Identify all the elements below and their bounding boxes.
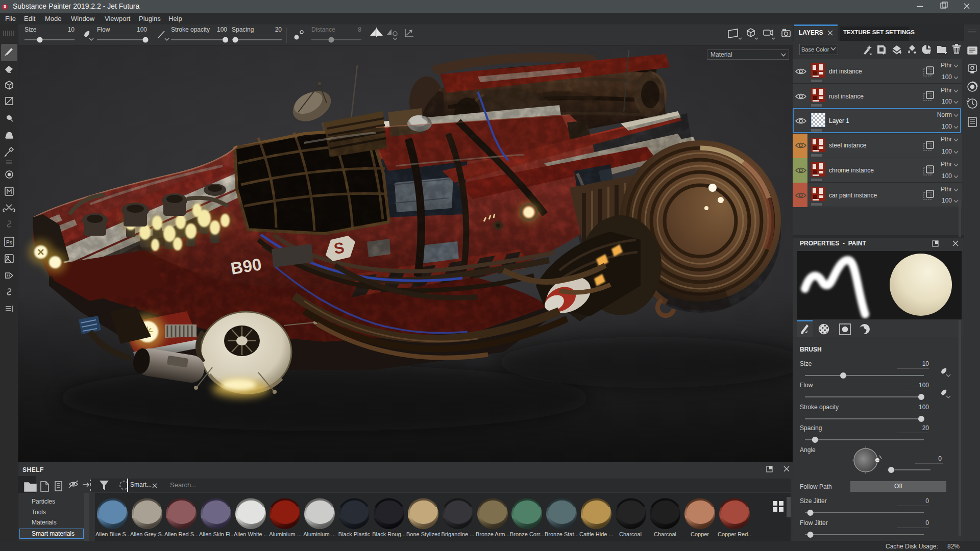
svg-text:Ps: Ps — [6, 240, 12, 245]
